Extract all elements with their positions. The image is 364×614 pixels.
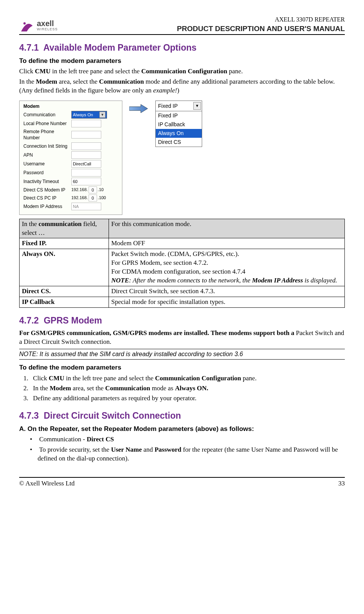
input-conn-init[interactable] <box>71 142 101 150</box>
list-item: Communication - Direct CS <box>30 435 345 444</box>
section-473-num: 4.7.3 <box>19 411 39 421</box>
modem-panel: Modem Communication Always On ▼ Local Ph… <box>19 101 122 215</box>
section-471-p2: In the Modem area, select the Communicat… <box>19 78 345 95</box>
label-conn-init: Connection Init String <box>22 143 71 149</box>
dropdown-item[interactable]: IP Callback <box>156 120 202 129</box>
communication-combo[interactable]: Always On ▼ <box>71 111 107 119</box>
bullet-list: Communication - Direct CS To provide sec… <box>19 435 345 463</box>
section-473-subhead: A. On the Repeater, set the Repeater Mod… <box>19 425 345 434</box>
arrow-icon <box>129 103 148 114</box>
list-item: Define any additional parameters as requ… <box>30 394 345 403</box>
dropdown-item[interactable]: Direct CS <box>156 138 202 147</box>
label-inactivity: Inactivity Timeout <box>22 178 71 185</box>
chevron-down-icon[interactable]: ▼ <box>193 102 201 110</box>
input-dcs-modem-octet[interactable]: 0 <box>89 187 97 193</box>
section-471-title: Available Modem Parameter Options <box>43 43 196 53</box>
section-472-subhead: To define the modem parameters <box>19 363 345 372</box>
logo-icon <box>19 18 35 33</box>
section-471-subhead: To define the modem parameters <box>19 57 345 66</box>
section-471-heading: 4.7.1 Available Modem Parameter Options <box>19 42 345 54</box>
input-remote-phone[interactable] <box>71 131 101 139</box>
table-row: IP Callback Special mode for specific in… <box>20 297 345 308</box>
list-item: To provide security, set the User Name a… <box>30 446 345 463</box>
input-dcs-pc-octet[interactable]: 0 <box>89 195 97 201</box>
panel-title: Modem <box>22 103 120 109</box>
communication-dropdown[interactable]: Fixed IP ▼ Fixed IP IP Callback Always O… <box>155 101 202 147</box>
steps-list: Click CMU in the left tree pane and sele… <box>19 374 345 403</box>
svg-marker-1 <box>129 104 148 113</box>
table-header-col1: In the communication field, select … <box>20 219 109 238</box>
table-header-col2: For this communication mode. <box>109 219 345 238</box>
input-apn[interactable] <box>71 151 101 159</box>
logo-text: axell <box>37 20 58 27</box>
dropdown-item[interactable]: Fixed IP <box>156 111 202 120</box>
table-row: Fixed IP. Modem OFF <box>20 238 345 249</box>
logo-subtext: WIRELESS <box>37 27 58 31</box>
section-472-note: NOTE: It is assumed that the SIM card is… <box>19 349 345 360</box>
svg-point-0 <box>23 22 26 25</box>
section-471-p1: Click CMU in the left tree pane and sele… <box>19 67 345 76</box>
table-row: Direct CS. Direct Circuit Switch, see se… <box>20 286 345 297</box>
label-password: Password <box>22 170 71 176</box>
header-manual-title: PRODUCT DESCRIPTION AND USER'S MANUAL <box>177 24 345 34</box>
label-modem-ip: Modem IP Address <box>22 203 71 210</box>
section-472-heading: 4.7.2 GPRS Modem <box>19 315 345 327</box>
dropdown-item[interactable]: Always On <box>156 129 202 138</box>
communication-table: In the communication field, select … For… <box>19 219 345 308</box>
list-item: In the Modem area, set the Communication… <box>30 384 345 393</box>
section-472-p1: For GSM/GPRS communication, GSM/GPRS mod… <box>19 329 345 347</box>
label-communication: Communication <box>22 112 71 118</box>
page-footer: © Axell Wireless Ltd 33 <box>19 477 345 488</box>
label-apn: APN <box>22 152 71 158</box>
label-remote-phone: Remote Phone Number <box>22 129 71 141</box>
list-item: Click CMU in the left tree pane and sele… <box>30 374 345 383</box>
label-username: Username <box>22 161 71 167</box>
section-473-heading: 4.7.3 Direct Circuit Switch Connection <box>19 410 345 422</box>
section-471-num: 4.7.1 <box>19 43 39 53</box>
section-472-num: 4.7.2 <box>19 315 39 325</box>
section-472-title: GPRS Modem <box>44 315 102 325</box>
input-username[interactable]: DirectCall <box>71 160 101 168</box>
chevron-down-icon[interactable]: ▼ <box>99 112 105 118</box>
modem-figure: Modem Communication Always On ▼ Local Ph… <box>19 101 345 215</box>
header-product: AXELL 3307D REPEATER <box>177 15 345 24</box>
label-local-phone: Local Phone Number <box>22 120 71 127</box>
section-473-title: Direct Circuit Switch Connection <box>44 411 181 421</box>
page-header: axell WIRELESS AXELL 3307D REPEATER PROD… <box>19 15 345 35</box>
footer-page-number: 33 <box>338 479 345 488</box>
input-modem-ip[interactable]: NA <box>71 203 101 210</box>
table-row: Always ON. Packet Switch mode. (CDMA, GP… <box>20 249 345 286</box>
input-inactivity[interactable]: 60 <box>71 178 101 185</box>
input-password[interactable] <box>71 169 101 177</box>
footer-copyright: © Axell Wireless Ltd <box>19 479 75 488</box>
logo: axell WIRELESS <box>19 18 58 33</box>
label-dcs-modem: Direct CS Modem IP <box>22 187 71 193</box>
dropdown-selected: Fixed IP <box>158 102 178 110</box>
input-local-phone[interactable] <box>71 120 101 127</box>
label-dcs-pc: Direct CS PC IP <box>22 195 71 201</box>
